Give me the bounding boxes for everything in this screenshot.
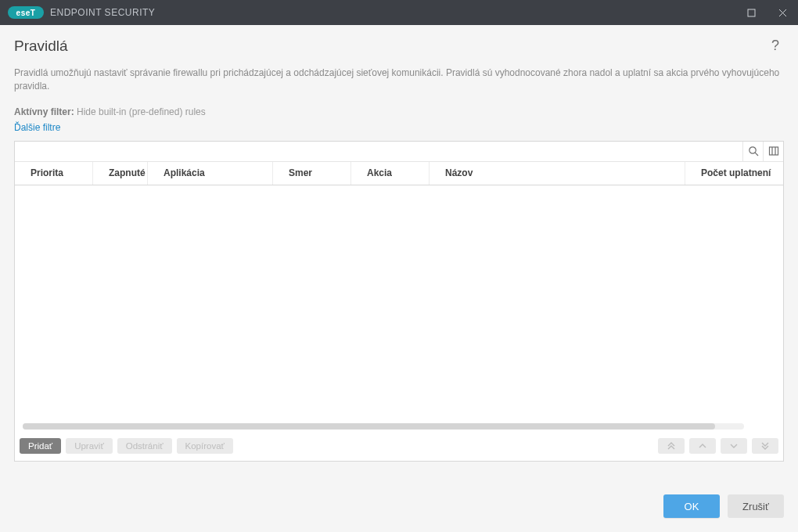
product-name: ENDPOINT SECURITY xyxy=(50,7,155,18)
move-bottom-button xyxy=(752,438,778,454)
col-priorita[interactable]: Priorita xyxy=(15,162,93,185)
panel-toolbar xyxy=(15,142,783,162)
active-filter-value: Hide built-in (pre-defined) rules xyxy=(77,106,206,117)
col-aplikacia[interactable]: Aplikácia xyxy=(148,162,273,185)
titlebar: eseT ENDPOINT SECURITY xyxy=(0,0,798,25)
table-header: Priorita Zapnuté Aplikácia Smer Akcia Ná… xyxy=(15,162,783,185)
horizontal-scrollbar-thumb[interactable] xyxy=(23,423,715,430)
brand-logo: eseT xyxy=(8,6,44,19)
chevron-down-icon xyxy=(729,442,739,450)
active-filter-label: Aktívny filter: xyxy=(14,106,74,117)
columns-icon[interactable] xyxy=(763,142,783,161)
window-close-button[interactable] xyxy=(767,0,798,25)
table-body xyxy=(15,185,783,436)
col-pocet[interactable]: Počet uplatnení xyxy=(685,162,783,185)
page-title: Pravidlá xyxy=(14,38,68,55)
move-up-button xyxy=(689,438,716,454)
dialog-footer: OK Zrušiť xyxy=(14,462,784,518)
col-smer[interactable]: Smer xyxy=(273,162,351,185)
window-maximize-button[interactable] xyxy=(735,0,767,25)
page-description: Pravidlá umožňujú nastaviť správanie fir… xyxy=(14,66,784,94)
double-chevron-down-icon xyxy=(760,442,770,450)
delete-button: Odstrániť xyxy=(117,438,172,454)
add-button[interactable]: Pridať xyxy=(20,438,61,454)
svg-text:eseT: eseT xyxy=(16,9,36,17)
brand: eseT ENDPOINT SECURITY xyxy=(8,6,155,19)
col-akcia[interactable]: Akcia xyxy=(351,162,430,185)
active-filter-row: Aktívny filter: Hide built-in (pre-defin… xyxy=(14,106,784,117)
help-icon[interactable]: ? xyxy=(767,36,784,56)
copy-button: Kopírovať xyxy=(177,438,233,454)
move-top-button xyxy=(658,438,685,454)
panel-footer: Pridať Upraviť Odstrániť Kopírovať xyxy=(15,436,783,461)
svg-point-3 xyxy=(749,147,755,153)
horizontal-scrollbar[interactable] xyxy=(23,423,744,430)
svg-rect-2 xyxy=(748,9,755,16)
ok-button[interactable]: OK xyxy=(663,494,720,518)
rules-panel: Priorita Zapnuté Aplikácia Smer Akcia Ná… xyxy=(14,141,784,462)
col-zapnute[interactable]: Zapnuté xyxy=(93,162,148,185)
more-filters-link[interactable]: Ďalšie filtre xyxy=(14,122,784,133)
cancel-button[interactable]: Zrušiť xyxy=(728,494,784,518)
chevron-up-icon xyxy=(698,442,707,450)
edit-button: Upraviť xyxy=(66,438,113,454)
double-chevron-up-icon xyxy=(667,442,676,450)
search-icon[interactable] xyxy=(742,142,763,161)
move-down-button xyxy=(721,438,747,454)
svg-rect-4 xyxy=(769,147,778,155)
page-header: Pravidlá ? xyxy=(14,36,784,56)
col-nazov[interactable]: Názov xyxy=(430,162,685,185)
